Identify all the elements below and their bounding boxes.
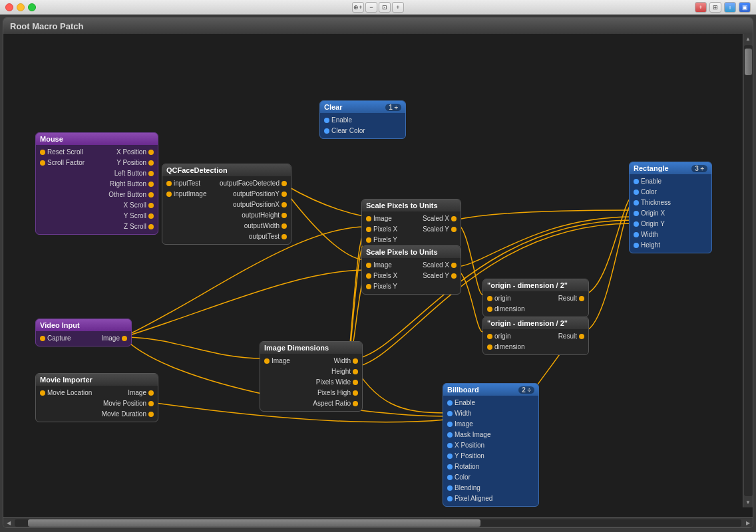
port-sp1-pixelsx[interactable]: [366, 227, 371, 232]
port-imgdim-image[interactable]: [264, 358, 270, 364]
image-dimensions-node[interactable]: Image Dimensions Image Width Height Pixe…: [260, 341, 363, 412]
zoom-in-button[interactable]: +: [392, 2, 404, 13]
rectangle-node[interactable]: Rectangle 3 ÷ Enable Color Thickness: [629, 162, 712, 253]
minimize-button[interactable]: [17, 3, 25, 11]
port-imgdim-pixelshigh[interactable]: [353, 390, 358, 396]
video-input-node[interactable]: Video Input Capture Image: [35, 319, 132, 346]
port-imgdim-pixelswide[interactable]: [353, 380, 358, 385]
port-od2-origin[interactable]: [487, 334, 492, 339]
zoom-reset-button[interactable]: ⊡: [379, 2, 391, 13]
scroll-thumb-horizontal[interactable]: [28, 519, 480, 527]
port-y-scroll[interactable]: [148, 213, 154, 219]
port-left-button[interactable]: [148, 171, 154, 176]
port-bb-width[interactable]: [447, 411, 453, 416]
port-bb-rotation[interactable]: [447, 464, 453, 469]
port-rect-thickness[interactable]: [634, 200, 639, 205]
port-sp1-scaledx[interactable]: [451, 216, 457, 221]
port-z-scroll[interactable]: [148, 224, 154, 229]
origin-dim-2-node[interactable]: "origin - dimension / 2" origin Result d…: [482, 317, 589, 355]
scroll-track-vertical[interactable]: [744, 45, 753, 496]
port-rect-color[interactable]: [634, 190, 639, 195]
port-od2-dimension[interactable]: [487, 344, 492, 350]
clear-header: Clear 1 ÷: [320, 101, 405, 113]
vertical-scrollbar[interactable]: ▲ ▼: [743, 34, 753, 507]
port-bb-color[interactable]: [447, 475, 453, 480]
port-clear-color[interactable]: [324, 128, 329, 134]
port-output-posy[interactable]: [282, 192, 287, 197]
port-sp1-scaledy[interactable]: [451, 227, 457, 232]
billboard-node[interactable]: Billboard 2 ÷ Enable Width Image: [443, 383, 539, 507]
port-scroll-factor[interactable]: [40, 160, 45, 166]
scroll-up-button[interactable]: ▲: [743, 34, 753, 44]
port-clear-enable[interactable]: [324, 118, 329, 123]
clear-node[interactable]: Clear 1 ÷ Enable Clear Color: [319, 100, 406, 139]
movie-importer-node[interactable]: Movie Importer Movie Location Image Movi…: [35, 373, 158, 422]
port-y-position[interactable]: [148, 160, 154, 166]
port-other-button[interactable]: [148, 192, 154, 198]
origin-dim-1-node[interactable]: "origin - dimension / 2" origin Result d…: [482, 279, 589, 317]
port-bb-xpos[interactable]: [447, 443, 453, 448]
mouse-node[interactable]: Mouse Reset Scroll X Position Scroll Fac…: [35, 132, 158, 235]
port-output-width[interactable]: [282, 223, 287, 229]
port-rect-enable[interactable]: [634, 179, 639, 184]
port-sp2-scaledy[interactable]: [451, 273, 457, 279]
port-imgdim-aspectratio[interactable]: [353, 401, 358, 406]
scroll-track-horizontal[interactable]: [15, 519, 741, 527]
scroll-left-button[interactable]: ◀: [3, 518, 13, 528]
port-output-test[interactable]: [282, 234, 287, 239]
port-capture[interactable]: [40, 336, 45, 341]
port-sp2-image[interactable]: [366, 263, 371, 268]
port-input-test[interactable]: [166, 181, 172, 186]
horizontal-scrollbar[interactable]: ◀ ▶: [3, 517, 753, 527]
port-output-height[interactable]: [282, 213, 287, 218]
scale-pixels-1-node[interactable]: Scale Pixels to Units Image Scaled X Pix…: [361, 199, 461, 248]
port-od1-dimension[interactable]: [487, 307, 492, 312]
port-sp2-scaledx[interactable]: [451, 263, 457, 268]
port-bb-enable[interactable]: [447, 400, 453, 406]
port-x-position[interactable]: [148, 150, 154, 155]
scale-pixels-2-node[interactable]: Scale Pixels to Units Image Scaled X Pix…: [361, 245, 461, 295]
port-imgdim-height[interactable]: [353, 369, 358, 374]
port-output-face[interactable]: [282, 181, 287, 186]
port-rect-originx[interactable]: [634, 211, 639, 216]
port-movie-position[interactable]: [148, 401, 154, 406]
port-movie-duration[interactable]: [148, 412, 154, 417]
zoom-out-button[interactable]: −: [365, 2, 377, 13]
port-bb-mask[interactable]: [447, 432, 453, 438]
port-rect-height[interactable]: [634, 243, 639, 248]
port-sp1-image[interactable]: [366, 216, 371, 221]
port-od2-result[interactable]: [579, 334, 584, 339]
port-bb-image[interactable]: [447, 422, 453, 427]
port-reset-scroll[interactable]: [40, 150, 45, 155]
port-video-image[interactable]: [122, 336, 127, 341]
port-rect-width[interactable]: [634, 232, 639, 237]
scroll-thumb-vertical[interactable]: [745, 49, 752, 75]
port-input-image[interactable]: [166, 192, 172, 197]
port-bb-ypos[interactable]: [447, 454, 453, 459]
port-movie-location[interactable]: [40, 390, 45, 396]
port-rect-originy[interactable]: [634, 221, 639, 227]
port-od1-result[interactable]: [579, 296, 584, 301]
port-sp2-pixelsx[interactable]: [366, 273, 371, 279]
info-icon[interactable]: i: [724, 2, 736, 13]
maximize-button[interactable]: [28, 3, 36, 11]
port-x-scroll[interactable]: [148, 203, 154, 208]
scroll-right-button[interactable]: ▶: [743, 518, 753, 528]
zoom-fit-button[interactable]: ⊕+: [352, 2, 364, 13]
qcface-node[interactable]: QCFaceDetection inputTest outputFaceDete…: [162, 164, 291, 245]
canvas-area[interactable]: Mouse Reset Scroll X Position Scroll Fac…: [3, 34, 753, 517]
port-imgdim-width[interactable]: [353, 358, 358, 364]
viewer-icon[interactable]: ▣: [739, 2, 751, 13]
grid-icon[interactable]: ⊞: [709, 2, 721, 13]
port-sp1-pixelsy[interactable]: [366, 237, 371, 243]
port-output-posx[interactable]: [282, 202, 287, 207]
port-sp2-pixelsy[interactable]: [366, 284, 371, 289]
scroll-down-button[interactable]: ▼: [743, 497, 753, 507]
add-icon[interactable]: +: [695, 2, 707, 13]
close-button[interactable]: [5, 3, 13, 11]
port-bb-pixel-aligned[interactable]: [447, 496, 453, 501]
port-right-button[interactable]: [148, 182, 154, 187]
port-bb-blending[interactable]: [447, 485, 453, 491]
port-od1-origin[interactable]: [487, 296, 492, 301]
port-movie-image[interactable]: [148, 390, 154, 396]
